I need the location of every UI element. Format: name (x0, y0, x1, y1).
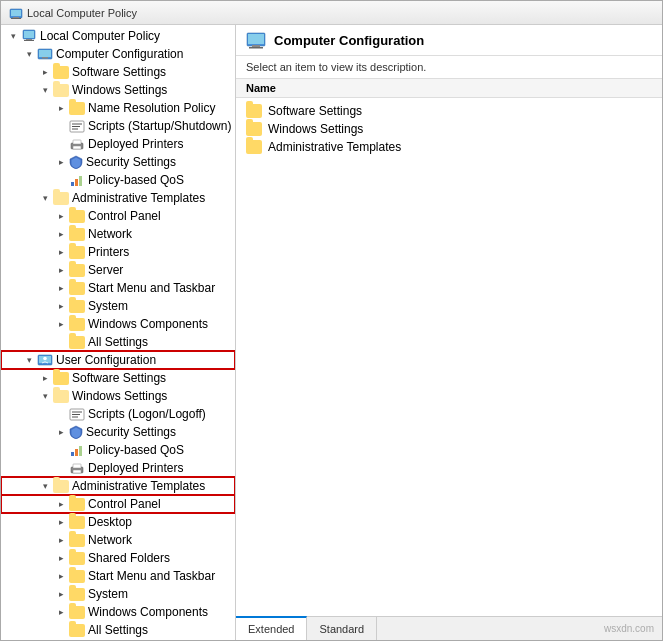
tree-label-system-cc: System (88, 299, 128, 313)
svg-rect-10 (42, 57, 48, 59)
content-header-icon (246, 31, 266, 49)
tree-label-win-uc: Windows Settings (72, 389, 167, 403)
tree-item-sw-uc[interactable]: Software Settings (1, 369, 235, 387)
expander-scripts-su (53, 118, 69, 134)
folder-icon-win-uc (53, 390, 69, 403)
svg-rect-36 (252, 45, 260, 47)
tree-item-security-uc[interactable]: Security Settings (1, 423, 235, 441)
expander-printers2-cc[interactable] (53, 244, 69, 260)
expander-startmenu-uc[interactable] (53, 568, 69, 584)
tree-item-system-uc[interactable]: System (1, 585, 235, 603)
tree-item-network-cc[interactable]: Network (1, 225, 235, 243)
expander-startmenu-cc[interactable] (53, 280, 69, 296)
folder-icon-shared-uc (69, 552, 85, 565)
list-item-win[interactable]: Windows Settings (236, 120, 662, 138)
svg-rect-20 (79, 176, 82, 186)
svg-rect-35 (248, 34, 264, 44)
tab-extended[interactable]: Extended (236, 616, 307, 640)
folder-icon-win-cc (53, 84, 69, 97)
user-config-icon (37, 353, 53, 367)
tree-item-startmenu-cc[interactable]: Start Menu and Taskbar (1, 279, 235, 297)
svg-rect-3 (11, 18, 21, 19)
list-label-sw: Software Settings (268, 104, 362, 118)
tree-item-system-cc[interactable]: System (1, 297, 235, 315)
tree-pane[interactable]: Local Computer Policy Computer Configura… (1, 25, 236, 640)
titlebar: Local Computer Policy (1, 1, 662, 25)
tree-item-scripts-su[interactable]: Scripts (Startup/Shutdown) (1, 117, 235, 135)
tree-item-allsettings-uc[interactable]: All Settings (1, 621, 235, 639)
expander-sw-uc[interactable] (37, 370, 53, 386)
expander-user-config[interactable] (21, 352, 37, 368)
tree-item-cp-cc[interactable]: Control Panel (1, 207, 235, 225)
tree-label-scripts-su: Scripts (Startup/Shutdown) (88, 119, 231, 133)
folder-icon-desktop-uc (69, 516, 85, 529)
tree-item-computer-config[interactable]: Computer Configuration (1, 45, 235, 63)
tree-item-security-cc[interactable]: Security Settings (1, 153, 235, 171)
tree-item-startmenu-uc[interactable]: Start Menu and Taskbar (1, 567, 235, 585)
expander-server-cc[interactable] (53, 262, 69, 278)
expander-desktop-uc[interactable] (53, 514, 69, 530)
expander-sw-cc[interactable] (37, 64, 53, 80)
tree-item-wincomp-cc[interactable]: Windows Components (1, 315, 235, 333)
expander-printers-cc (53, 136, 69, 152)
expander-nameres[interactable] (53, 100, 69, 116)
scripts-icon-ll (69, 408, 85, 421)
tree-item-deprinters-uc[interactable]: Deployed Printers (1, 459, 235, 477)
expander-security-uc[interactable] (53, 424, 69, 440)
expander-wincomp-uc[interactable] (53, 604, 69, 620)
tree-item-shared-uc[interactable]: Shared Folders (1, 549, 235, 567)
svg-rect-28 (71, 452, 74, 456)
tree-item-qos-uc[interactable]: Policy-based QoS (1, 441, 235, 459)
tree-item-network-uc[interactable]: Network (1, 531, 235, 549)
tab-standard[interactable]: Standard (307, 617, 377, 640)
tree-item-nameres[interactable]: Name Resolution Policy (1, 99, 235, 117)
expander-cp-uc[interactable] (53, 496, 69, 512)
folder-icon-system-cc (69, 300, 85, 313)
list-item-sw[interactable]: Software Settings (236, 102, 662, 120)
expander-shared-uc[interactable] (53, 550, 69, 566)
tree-label-startmenu-cc: Start Menu and Taskbar (88, 281, 215, 295)
tree-item-allsettings-cc[interactable]: All Settings (1, 333, 235, 351)
tree-item-printers2-cc[interactable]: Printers (1, 243, 235, 261)
tree-item-win-uc[interactable]: Windows Settings (1, 387, 235, 405)
titlebar-text: Local Computer Policy (27, 7, 137, 19)
tree-root[interactable]: Local Computer Policy (1, 27, 235, 45)
expander-admin-uc[interactable] (37, 478, 53, 494)
expander-system-cc[interactable] (53, 298, 69, 314)
printer-icon-uc (69, 462, 85, 475)
expander-system-uc[interactable] (53, 586, 69, 602)
scripts-icon-su (69, 120, 85, 133)
expander-win-uc[interactable] (37, 388, 53, 404)
tree-item-admin-cc[interactable]: Administrative Templates (1, 189, 235, 207)
tree-label-user-config: User Configuration (56, 353, 156, 367)
tree-item-server-cc[interactable]: Server (1, 261, 235, 279)
svg-rect-1 (11, 10, 21, 16)
tree-item-cp-uc[interactable]: Control Panel (1, 495, 235, 513)
svg-rect-19 (75, 179, 78, 186)
svg-rect-29 (75, 449, 78, 456)
tree-label-admin-uc: Administrative Templates (72, 479, 205, 493)
tree-label-shared-uc: Shared Folders (88, 551, 170, 565)
tree-item-scripts-ll[interactable]: Scripts (Logon/Logoff) (1, 405, 235, 423)
tree-item-printers-cc[interactable]: Deployed Printers (1, 135, 235, 153)
content-list[interactable]: Software Settings Windows Settings Admin… (236, 98, 662, 616)
tree-item-wincomp-uc[interactable]: Windows Components (1, 603, 235, 621)
tree-item-qos-cc[interactable]: Policy-based QoS (1, 171, 235, 189)
expander-network-uc[interactable] (53, 532, 69, 548)
expander-network-cc[interactable] (53, 226, 69, 242)
expander-cp-cc[interactable] (53, 208, 69, 224)
expander-admin-cc[interactable] (37, 190, 53, 206)
svg-rect-30 (79, 446, 82, 456)
expander-wincomp-cc[interactable] (53, 316, 69, 332)
expander-root[interactable] (5, 28, 21, 44)
tree-item-win-cc[interactable]: Windows Settings (1, 81, 235, 99)
expander-computer-config[interactable] (21, 46, 37, 62)
tree-item-sw-cc[interactable]: Software Settings (1, 63, 235, 81)
tree-label-network-uc: Network (88, 533, 132, 547)
tree-item-user-config[interactable]: User Configuration (1, 351, 235, 369)
tree-item-admin-uc[interactable]: Administrative Templates (1, 477, 235, 495)
expander-security-cc[interactable] (53, 154, 69, 170)
list-item-admin[interactable]: Administrative Templates (236, 138, 662, 156)
expander-win-cc[interactable] (37, 82, 53, 98)
tree-item-desktop-uc[interactable]: Desktop (1, 513, 235, 531)
